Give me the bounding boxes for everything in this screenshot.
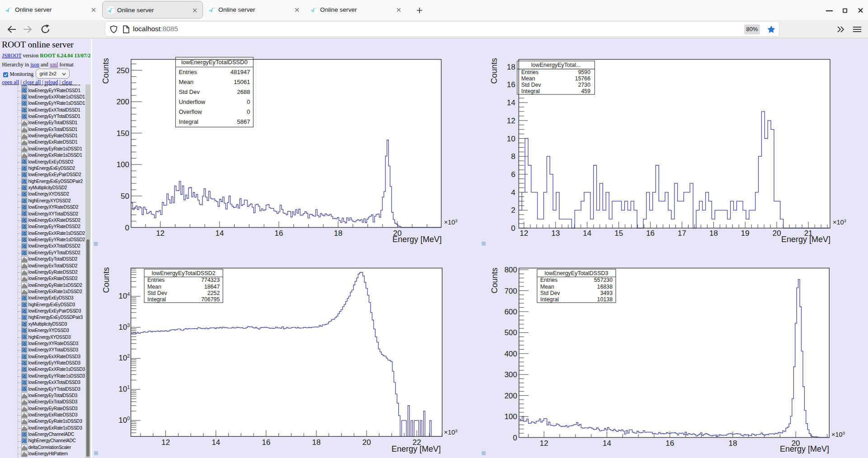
svg-text:12: 12 [156, 229, 165, 238]
svg-text:12: 12 [540, 439, 548, 448]
svg-text:12: 12 [507, 117, 515, 125]
svg-text:Energy [MeV]: Energy [MeV] [392, 444, 441, 453]
svg-text:Counts: Counts [490, 267, 499, 293]
svg-text:×103: ×103 [833, 218, 846, 226]
svg-text:Mean: Mean [147, 284, 161, 290]
svg-text:100: 100 [505, 412, 517, 421]
svg-text:12: 12 [520, 229, 528, 238]
svg-text:16: 16 [665, 439, 674, 448]
svg-text:14: 14 [583, 229, 591, 238]
svg-text:774323: 774323 [201, 277, 220, 283]
svg-text:0: 0 [513, 434, 517, 442]
svg-text:0: 0 [511, 224, 515, 233]
svg-text:×103: ×103 [444, 218, 458, 226]
svg-text:250: 250 [117, 66, 129, 75]
svg-text:2252: 2252 [208, 290, 220, 296]
svg-text:Energy [MeV]: Energy [MeV] [780, 444, 829, 453]
svg-text:103: 103 [118, 322, 130, 332]
svg-text:706795: 706795 [201, 296, 220, 303]
svg-text:20: 20 [773, 229, 781, 238]
svg-text:15766: 15766 [575, 75, 590, 82]
svg-text:6: 6 [511, 170, 515, 179]
svg-text:100: 100 [117, 160, 129, 169]
svg-text:16: 16 [274, 229, 283, 238]
svg-text:10: 10 [507, 135, 515, 143]
svg-text:18: 18 [507, 63, 515, 71]
svg-text:800: 800 [505, 266, 517, 274]
svg-text:2: 2 [511, 206, 515, 215]
svg-text:0: 0 [125, 224, 129, 232]
svg-text:16: 16 [646, 229, 655, 238]
svg-text:16: 16 [262, 438, 270, 447]
svg-text:Entries: Entries [147, 277, 165, 283]
svg-text:14: 14 [507, 98, 515, 107]
svg-text:459: 459 [581, 88, 590, 94]
svg-text:×103: ×103 [444, 428, 458, 436]
svg-text:18: 18 [334, 229, 342, 238]
svg-text:lowEnergyEyTotalDSSD2: lowEnergyEyTotalDSSD2 [151, 270, 215, 276]
svg-text:Integral: Integral [147, 296, 166, 303]
svg-text:18: 18 [728, 439, 737, 448]
svg-text:Underflow: Underflow [179, 98, 205, 105]
svg-text:18: 18 [709, 229, 718, 238]
svg-text:700: 700 [505, 287, 517, 295]
svg-text:20: 20 [362, 438, 371, 447]
svg-text:Std Dev: Std Dev [147, 290, 168, 296]
svg-text:300: 300 [505, 370, 517, 379]
svg-text:0: 0 [247, 98, 250, 105]
svg-text:Entries: Entries [179, 69, 197, 75]
svg-text:Integral: Integral [540, 296, 559, 303]
svg-text:18: 18 [312, 438, 321, 447]
svg-text:lowEnergyEyTotal...: lowEnergyEyTotal... [531, 62, 581, 68]
svg-text:104: 104 [118, 291, 130, 300]
svg-text:13: 13 [551, 229, 560, 238]
svg-text:102: 102 [118, 353, 130, 362]
svg-text:17: 17 [678, 229, 686, 238]
svg-text:0: 0 [247, 108, 250, 115]
svg-text:50: 50 [121, 192, 129, 201]
svg-text:Mean: Mean [179, 79, 193, 85]
svg-text:5867: 5867 [237, 118, 250, 125]
svg-text:Counts: Counts [101, 58, 110, 84]
svg-text:557230: 557230 [594, 277, 613, 283]
svg-text:Counts: Counts [102, 267, 111, 293]
svg-text:3493: 3493 [600, 290, 613, 296]
svg-text:200: 200 [505, 392, 517, 400]
svg-text:400: 400 [505, 350, 517, 358]
svg-text:Std Dev: Std Dev [521, 82, 542, 88]
svg-text:481947: 481947 [231, 69, 250, 75]
svg-text:Std Dev: Std Dev [540, 290, 561, 296]
svg-text:14: 14 [603, 439, 611, 448]
svg-text:600: 600 [505, 308, 517, 316]
svg-text:10138: 10138 [597, 296, 613, 303]
svg-text:16: 16 [507, 80, 515, 89]
svg-text:14: 14 [212, 438, 220, 447]
svg-text:100: 100 [118, 416, 130, 425]
svg-text:2688: 2688 [237, 89, 250, 95]
svg-text:Std Dev: Std Dev [179, 89, 200, 95]
svg-text:14: 14 [215, 229, 224, 238]
svg-text:4: 4 [511, 188, 515, 197]
svg-text:19: 19 [741, 229, 750, 238]
svg-text:12: 12 [161, 438, 170, 447]
svg-text:101: 101 [118, 384, 130, 393]
svg-text:15061: 15061 [234, 79, 250, 85]
svg-text:Integral: Integral [179, 118, 198, 125]
svg-text:×103: ×103 [831, 430, 845, 438]
svg-text:Integral: Integral [521, 88, 540, 94]
svg-text:200: 200 [117, 98, 129, 106]
svg-text:Entries: Entries [521, 69, 538, 75]
svg-text:Counts: Counts [490, 58, 499, 84]
svg-text:Mean: Mean [540, 284, 554, 290]
svg-text:9590: 9590 [578, 69, 591, 75]
svg-text:Energy [MeV]: Energy [MeV] [781, 235, 830, 244]
svg-text:500: 500 [505, 328, 517, 337]
svg-text:18647: 18647 [204, 284, 220, 290]
svg-text:lowEnergyEyTotalDSSD3: lowEnergyEyTotalDSSD3 [544, 270, 608, 276]
svg-text:8: 8 [511, 152, 515, 161]
svg-text:Mean: Mean [521, 75, 535, 82]
svg-text:Energy [MeV]: Energy [MeV] [392, 235, 442, 244]
svg-text:15: 15 [614, 229, 623, 238]
svg-text:150: 150 [117, 129, 129, 138]
svg-text:2730: 2730 [578, 82, 591, 88]
